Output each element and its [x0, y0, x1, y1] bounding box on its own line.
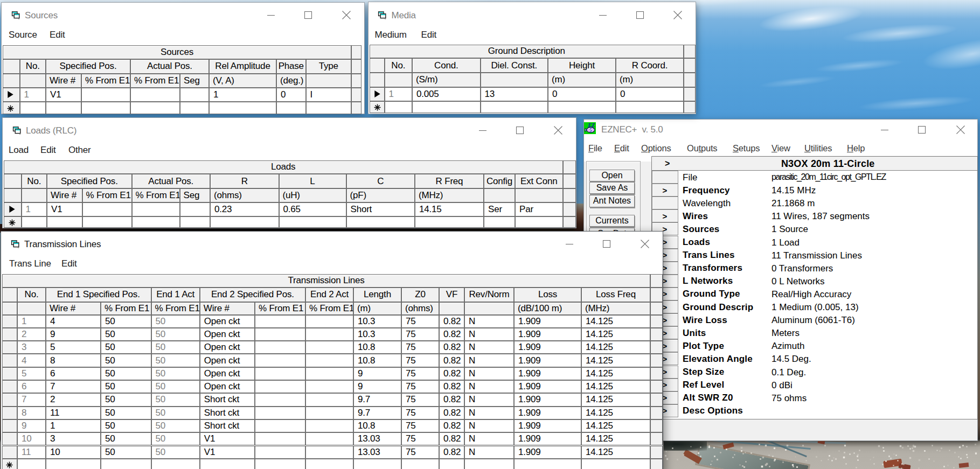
svg-text:5: 5 — [589, 128, 592, 133]
